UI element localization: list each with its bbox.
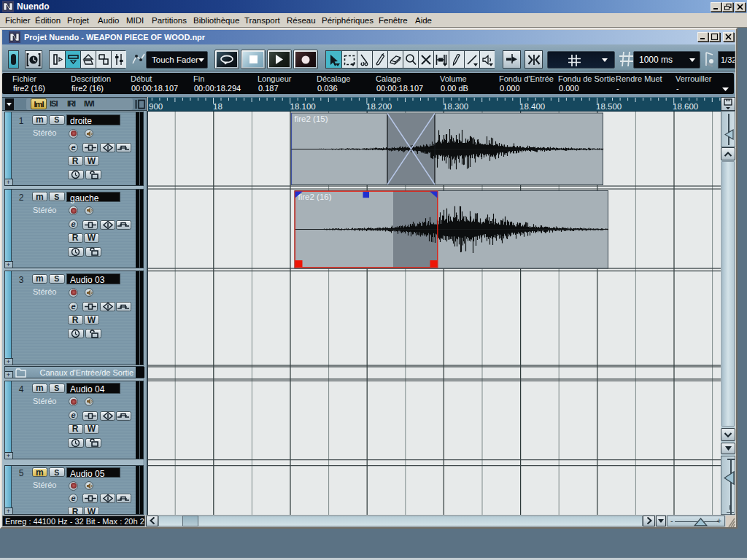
svg-text:900: 900 bbox=[149, 102, 163, 111]
svg-text:fire2 (16): fire2 (16) bbox=[298, 192, 332, 201]
svg-text:fire2 (15): fire2 (15) bbox=[295, 114, 328, 123]
svg-text:18.600: 18.600 bbox=[673, 102, 698, 111]
svg-text:18.100: 18.100 bbox=[290, 102, 316, 111]
svg-text:18.200: 18.200 bbox=[366, 102, 392, 111]
svg-text:18.500: 18.500 bbox=[596, 102, 622, 111]
svg-text:18.300: 18.300 bbox=[443, 102, 468, 111]
svg-text:18: 18 bbox=[213, 102, 222, 111]
svg-text:18.400: 18.400 bbox=[519, 102, 545, 111]
